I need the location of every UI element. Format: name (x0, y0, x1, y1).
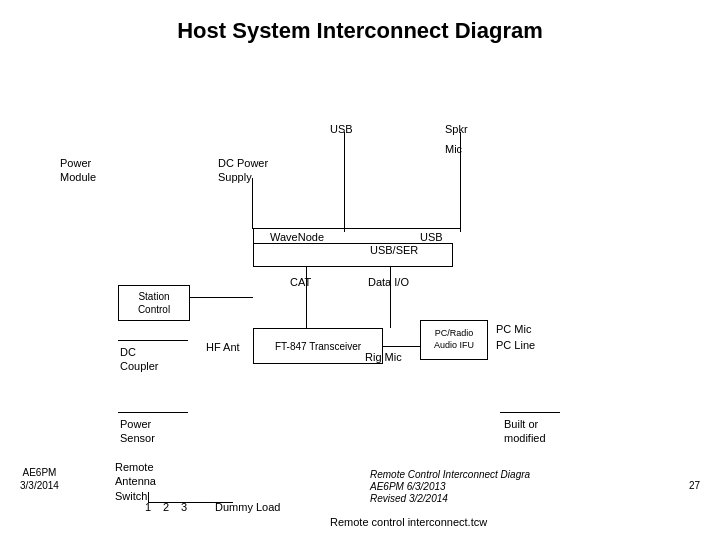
built-modified-label: Built or modified (504, 417, 546, 446)
station-control-line (190, 297, 253, 298)
usb-ser-label: USB/SER (370, 243, 418, 257)
pc-line-label: PC Line (496, 338, 535, 352)
wave-node-box (253, 243, 453, 267)
cat-label: CAT (290, 275, 311, 289)
page-title: Host System Interconnect Diagram (0, 0, 720, 44)
usb-top-label: USB (330, 122, 353, 136)
spkr-label: Spkr (445, 122, 468, 136)
file-name-label: Remote control interconnect.tcw (330, 515, 487, 529)
spkr-line-h (344, 228, 460, 229)
dc-coupler-label: DC Coupler (120, 345, 159, 374)
built-modified-line (500, 412, 560, 413)
cat-v-line (306, 267, 307, 328)
ft847-to-ifu-line (383, 346, 420, 347)
remote-antenna-switch-label: Remote Antenna Switch (115, 460, 156, 503)
data-io-label: Data I/O (368, 275, 409, 289)
footer-page: 27 (689, 479, 700, 492)
power-sensor-line (118, 412, 188, 413)
dc-coupler-line (118, 340, 188, 341)
hf-ant-label: HF Ant (206, 340, 240, 354)
spkr-line-v (460, 132, 461, 232)
usb-line-v (344, 132, 345, 232)
wave-node-left-v (253, 228, 254, 243)
pc-mic-label: PC Mic (496, 322, 531, 336)
revised-label: Revised 3/2/2014 (370, 492, 448, 505)
pc-radio-audio-ifu-box: PC/RadioAudio IFU (420, 320, 488, 360)
ft847-box: FT-847 Transceiver (253, 328, 383, 364)
switch-v-line (148, 492, 149, 502)
diagram-area: USB Spkr Mic Power Module DC Power Suppl… (0, 60, 720, 500)
usb-line-h (252, 228, 344, 229)
footer-author: AE6PM 3/3/2014 (20, 466, 59, 492)
page: Host System Interconnect Diagram USB Spk… (0, 0, 720, 540)
dummy-load-label: Dummy Load (215, 500, 280, 514)
dc-power-supply-label: DC Power Supply (218, 156, 268, 185)
power-module-label: Power Module (60, 156, 96, 185)
power-sensor-label: Power Sensor (120, 417, 155, 446)
rig-mic-label: Rig Mic (365, 350, 402, 364)
data-io-v-line (390, 267, 391, 328)
dc-power-supply-line-v (252, 178, 253, 228)
station-control-box: StationControl (118, 285, 190, 321)
